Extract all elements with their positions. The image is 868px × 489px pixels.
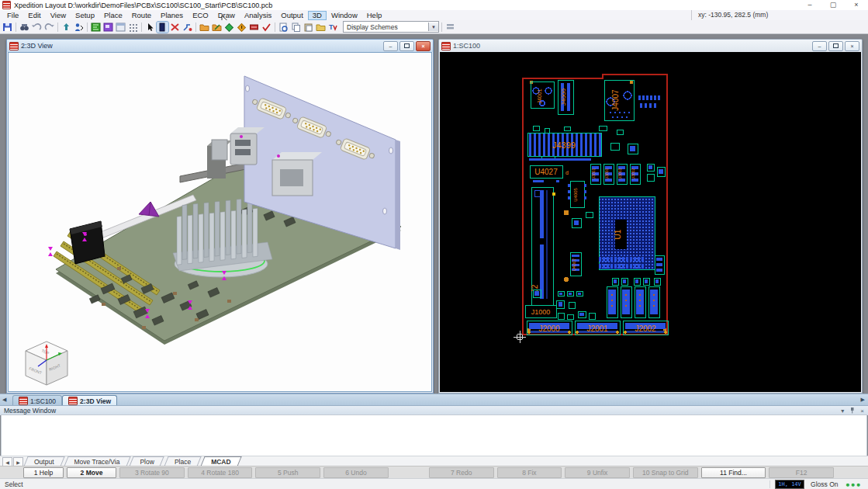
main-toolbar: T Display Schemes ▼ <box>0 20 868 34</box>
xpedition-doc-icon <box>9 42 19 50</box>
route-icon[interactable] <box>182 22 193 33</box>
sc100-minimize-button[interactable]: – <box>812 41 827 51</box>
fkey-7-redo: 7 Redo <box>429 467 494 478</box>
menu-help[interactable]: Help <box>362 11 387 20</box>
select-arrow-icon[interactable] <box>144 22 156 33</box>
tab-3d-view[interactable]: 2:3D View <box>62 395 117 406</box>
fkey-11-find[interactable]: 11 Find... <box>701 467 766 478</box>
paste-icon[interactable] <box>303 22 314 33</box>
view-cube[interactable]: TOP FRONT RIGHT <box>26 342 67 385</box>
message-window-content[interactable] <box>1 414 867 457</box>
place-part-icon[interactable] <box>73 22 85 33</box>
sc100-maximize-button[interactable] <box>828 41 843 51</box>
menu-eco[interactable]: ECO <box>188 11 213 20</box>
sc100-window-titlebar[interactable]: 1:SC100 – × <box>439 40 862 52</box>
gloss-indicator[interactable]: Gloss On <box>811 480 838 488</box>
refdes-u4005: U4005 <box>573 188 578 202</box>
copy-icon[interactable] <box>290 22 302 33</box>
3d-minimize-button[interactable]: – <box>383 41 398 51</box>
undo-icon[interactable] <box>31 22 43 33</box>
sc100-close-button[interactable]: × <box>845 41 859 51</box>
refdes-u3002: U3002 <box>631 168 635 179</box>
board-display-icon[interactable] <box>90 22 102 33</box>
message-window-title: Message Window <box>4 407 56 414</box>
plane-display-icon[interactable] <box>102 22 114 33</box>
menu-output[interactable]: Output <box>276 11 308 20</box>
refdes-j2001: J2001 <box>586 324 608 333</box>
refdes-u3000: U3000 <box>604 168 609 179</box>
combo-dropdown-icon[interactable]: ▼ <box>428 23 438 31</box>
menu-route[interactable]: Route <box>127 11 156 20</box>
menu-analysis[interactable]: Analysis <box>240 11 276 20</box>
refdes-j4001: J4001 <box>537 88 542 103</box>
3d-window-titlebar[interactable]: 2:3D View – × <box>7 40 433 52</box>
fkey-9-unfix: 9 Unfix <box>565 467 630 478</box>
refdes-j1000: J1000 <box>531 308 551 316</box>
fkey-5-push: 5 Push <box>255 467 320 478</box>
layers-icon <box>68 397 78 405</box>
grid-icon[interactable] <box>127 22 139 33</box>
redo-icon[interactable] <box>43 22 55 33</box>
batch-drc-icon[interactable] <box>248 22 260 33</box>
menu-setup[interactable]: Setup <box>71 11 99 20</box>
fkey-6-undo: 6 Undo <box>323 467 389 478</box>
menu-edit[interactable]: Edit <box>23 11 45 20</box>
online-drc-icon[interactable] <box>223 22 235 33</box>
minimize-button[interactable]: – <box>798 0 821 10</box>
status-mode: Select <box>5 480 23 488</box>
zoom-page-icon[interactable] <box>278 22 289 33</box>
refdes-u4007b: U4007 <box>572 258 576 271</box>
layer-display-indicator[interactable]: 1H, 14V <box>775 480 804 489</box>
refdes-u1: U1 <box>614 229 622 239</box>
find-icon[interactable] <box>19 22 30 33</box>
usb-stack-connector <box>212 127 265 165</box>
fkey-8-fix: 8 Fix <box>497 467 562 478</box>
maximize-button[interactable]: ▢ <box>821 0 845 10</box>
menu-place[interactable]: Place <box>99 11 127 20</box>
hazards-icon[interactable] <box>236 22 247 33</box>
close-button[interactable]: × <box>845 0 868 10</box>
menu-3d[interactable]: 3D <box>308 11 327 20</box>
draw-mode-icon[interactable] <box>157 22 168 33</box>
menu-view[interactable]: View <box>46 11 71 20</box>
row-config-icon[interactable] <box>444 22 456 33</box>
fkey-3-rotate90: 3 Rotate 90 <box>119 467 185 478</box>
tab-sc100[interactable]: 1:SC100 <box>12 395 62 406</box>
fkey-10-snap: 10 Snap to Grid <box>633 467 698 478</box>
3d-close-button[interactable]: × <box>416 41 431 51</box>
open-folder-icon[interactable] <box>315 22 327 33</box>
save-icon[interactable] <box>2 22 13 33</box>
title-bar: Xpedition Layout D:\workdir\DemoFiles\PC… <box>0 0 868 10</box>
status-bar: Select 1H, 14V Gloss On ●●● <box>0 478 868 489</box>
window-display-icon[interactable] <box>115 22 126 33</box>
menu-window[interactable]: Window <box>327 11 362 20</box>
fkey-1-help[interactable]: 1 Help <box>23 467 64 478</box>
menu-planes[interactable]: Planes <box>156 11 188 20</box>
fkey-2-move[interactable]: 2 Move <box>67 467 116 478</box>
display-schemes-value: Display Schemes <box>347 23 398 31</box>
message-close-icon[interactable]: × <box>860 408 864 414</box>
refdes-u4027-pin: d <box>565 170 569 175</box>
view-tab-strip: ◀ 1:SC100 2:3D View ▶ <box>0 394 868 406</box>
dock-menu-icon[interactable]: ▾ <box>841 408 844 414</box>
menu-file[interactable]: File <box>2 11 23 20</box>
fiducial <box>564 210 569 216</box>
3d-viewport[interactable]: TOP FRONT RIGHT <box>9 53 433 392</box>
3d-restore-button[interactable] <box>399 41 414 51</box>
pin-icon[interactable] <box>849 407 855 415</box>
tab-scroll-right-icon[interactable]: ▶ <box>861 397 865 403</box>
tab-scroll-left-icon[interactable]: ◀ <box>2 397 6 403</box>
cursor-coordinates: xy: -130.95, 282.5 (mm) <box>691 10 768 20</box>
edit-graphics-icon[interactable] <box>211 22 223 33</box>
fkey-f12: F12 <box>769 467 834 478</box>
menu-bar: File Edit View Setup Place Route Planes … <box>0 10 868 21</box>
menu-draw[interactable]: Draw <box>213 11 240 20</box>
display-schemes-combo[interactable]: Display Schemes ▼ <box>343 21 439 33</box>
review-drc-icon[interactable] <box>261 22 272 33</box>
no-drc-icon[interactable] <box>169 22 181 33</box>
library-icon[interactable] <box>199 22 210 33</box>
layout-viewport[interactable]: J4001 J4000 J4007 J4399 <box>440 52 861 391</box>
sc100-window-title: 1:SC100 <box>453 42 480 50</box>
schemes-toggle-icon[interactable]: T <box>327 22 339 33</box>
raise-icon[interactable] <box>61 22 72 33</box>
